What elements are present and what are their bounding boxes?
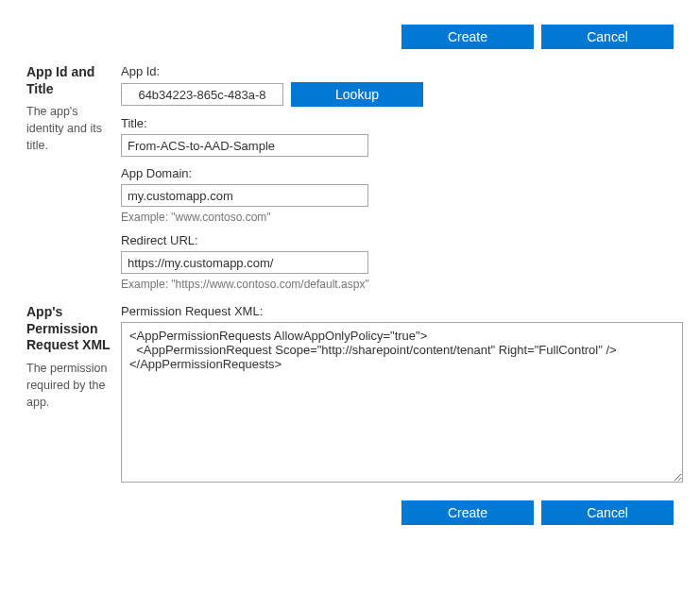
section-app-id-title: App Id and Title The app's identity and … [26,64,674,291]
create-button-bottom[interactable]: Create [401,500,534,525]
label-redirect: Redirect URL: [121,233,674,247]
cancel-button-bottom[interactable]: Cancel [541,500,674,525]
section-permission-xml: App's Permission Request XML The permiss… [26,304,674,485]
app-domain-input[interactable] [121,184,368,207]
side-title-appid: App Id and Title [26,64,111,97]
hint-domain: Example: "www.contoso.com" [121,211,674,224]
main-permission-xml: Permission Request XML: [121,304,683,485]
title-input[interactable] [121,134,368,157]
create-button-top[interactable]: Create [401,25,534,49]
hint-redirect: Example: "https://www.contoso.com/defaul… [121,278,674,291]
lookup-button[interactable]: Lookup [291,82,423,107]
label-xml: Permission Request XML: [121,304,683,318]
redirect-url-input[interactable] [121,251,368,274]
label-title: Title: [121,116,674,130]
side-desc-xml: The permission required by the app. [26,360,111,411]
label-domain: App Domain: [121,166,674,180]
top-button-row: Create Cancel [26,25,674,49]
side-desc-appid: The app's identity and its title. [26,103,111,154]
side-title-xml: App's Permission Request XML [26,304,111,354]
cancel-button-top[interactable]: Cancel [541,25,674,49]
permission-xml-textarea[interactable] [121,322,683,483]
side-app-id-title: App Id and Title The app's identity and … [26,64,121,154]
label-app-id: App Id: [121,64,674,78]
side-permission-xml: App's Permission Request XML The permiss… [26,304,121,411]
app-id-input[interactable] [121,83,283,106]
main-app-id-title: App Id: Lookup Title: App Domain: Exampl… [121,64,674,291]
bottom-button-row: Create Cancel [26,500,674,525]
row-app-id: Lookup [121,82,674,107]
